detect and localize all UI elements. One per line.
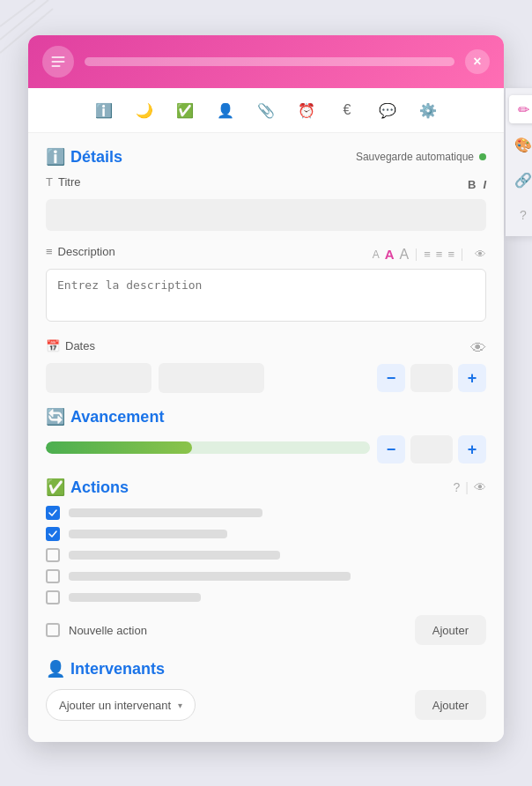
end-date-input[interactable]: [159, 363, 264, 393]
action-item-5: [46, 590, 486, 604]
sidebar-paint-icon[interactable]: 🎨: [509, 130, 532, 159]
avancement-title-text: Avancement: [70, 408, 164, 426]
description-label-icon: ≡: [46, 245, 53, 258]
avancement-section-title: 🔄 Avancement: [46, 407, 486, 426]
toolbar-attach-icon[interactable]: 📎: [253, 97, 279, 123]
intervenants-section: 👤 Intervenants Ajouter un intervenant ▾ …: [46, 659, 486, 721]
toolbar-chat-icon[interactable]: 💬: [374, 97, 401, 123]
toolbar-check-icon[interactable]: ✅: [172, 97, 198, 123]
titre-label-row: T Titre B I: [46, 175, 486, 194]
avancement-plus-button[interactable]: +: [458, 435, 486, 463]
description-toolbar: A A A ≡ ≡ ≡ 👁: [373, 247, 486, 263]
details-section-header: ℹ️ Détails Sauvegarde automatique: [46, 147, 486, 167]
titre-field-row: T Titre B I: [46, 175, 486, 231]
dropdown-arrow-icon: ▾: [178, 701, 182, 710]
dates-minus-button[interactable]: −: [377, 364, 405, 392]
toolbar-alarm-icon[interactable]: ⏰: [293, 97, 320, 123]
action-checkbox-5[interactable]: [46, 590, 60, 604]
bold-button[interactable]: B: [468, 178, 476, 191]
toolbar-user-icon[interactable]: 👤: [212, 97, 239, 123]
new-action-checkbox[interactable]: [46, 623, 60, 637]
desc-eye-icon[interactable]: 👁: [475, 248, 486, 261]
titre-text-actions: B I: [468, 178, 486, 191]
sidebar-link-icon[interactable]: 🔗: [509, 166, 532, 194]
progress-bar-container: [46, 441, 370, 454]
details-icon: ℹ️: [46, 147, 65, 167]
avancement-minus-button[interactable]: −: [377, 435, 405, 463]
sidebar-help-icon[interactable]: ?: [509, 201, 532, 229]
new-action-label: Nouvelle action: [69, 624, 147, 637]
dates-counter-value: [410, 364, 453, 392]
avancement-section: 🔄 Avancement − +: [46, 407, 486, 463]
desc-toolbar-divider2: [462, 248, 462, 261]
action-item-4: [46, 569, 486, 583]
svg-rect-5: [52, 65, 61, 67]
align-left-icon[interactable]: ≡: [424, 248, 431, 261]
align-right-icon[interactable]: ≡: [447, 248, 454, 261]
description-label: ≡ Description: [46, 245, 115, 258]
dates-label-text: Dates: [65, 339, 95, 352]
action-item-1: [46, 506, 486, 520]
align-center-icon[interactable]: ≡: [436, 248, 443, 261]
new-action-row: Nouvelle action Ajouter: [46, 615, 486, 645]
titre-label: T Titre: [46, 175, 80, 189]
autosave-dot: [479, 153, 486, 160]
actions-eye-icon[interactable]: 👁: [474, 480, 486, 494]
toolbar-info-icon[interactable]: ℹ️: [91, 97, 117, 123]
modal-body: ℹ️ Détails Sauvegarde automatique T Titr…: [28, 133, 504, 742]
desc-medium-a[interactable]: A: [385, 247, 395, 262]
intervenants-row: Ajouter un intervenant ▾ Ajouter: [46, 689, 486, 721]
actions-header-right: ? | 👁: [454, 480, 486, 494]
right-sidebar: ✏ 🎨 🔗 ?: [506, 88, 532, 236]
actions-divider: |: [465, 480, 469, 494]
add-intervenant-dropdown[interactable]: Ajouter un intervenant ▾: [46, 689, 196, 721]
modal-close-button[interactable]: ×: [465, 49, 490, 74]
description-label-text: Description: [58, 245, 115, 258]
intervenants-section-title: 👤 Intervenants: [46, 659, 486, 678]
toolbar-settings-icon[interactable]: ⚙️: [415, 97, 441, 123]
svg-rect-4: [52, 61, 65, 63]
description-label-row: ≡ Description A A A ≡ ≡ ≡ 👁: [46, 245, 486, 263]
actions-help-icon[interactable]: ?: [454, 480, 461, 494]
dates-label-icon: 📅: [46, 339, 60, 352]
dates-hide-icon[interactable]: 👁: [470, 339, 486, 358]
svg-line-0: [0, 0, 35, 26]
desc-large-a[interactable]: A: [400, 247, 410, 263]
titre-label-text: Titre: [58, 175, 81, 189]
modal-header-icon: [42, 46, 74, 78]
avancement-counter-control: − +: [377, 435, 486, 463]
start-date-input[interactable]: [46, 363, 151, 393]
add-action-button[interactable]: Ajouter: [415, 615, 486, 645]
modal-title-bar: [85, 57, 454, 66]
dates-plus-button[interactable]: +: [458, 364, 486, 392]
description-textarea[interactable]: [46, 269, 486, 322]
action-text-5: [69, 593, 201, 602]
toolbar: ℹ️ 🌙 ✅ 👤 📎 ⏰ € 💬 ⚙️: [28, 88, 504, 133]
titre-input[interactable]: [46, 199, 486, 231]
progress-bar-wrap: [46, 441, 370, 457]
action-checkbox-4[interactable]: [46, 569, 60, 583]
sidebar-edit-icon[interactable]: ✏: [509, 95, 532, 123]
checkbox-list: [46, 506, 486, 604]
action-checkbox-2[interactable]: [46, 527, 60, 541]
toolbar-euro-icon[interactable]: €: [334, 97, 360, 123]
actions-section-title: ✅ Actions: [46, 478, 129, 497]
titre-label-icon: T: [46, 175, 53, 189]
details-section-title: ℹ️ Détails: [46, 147, 122, 167]
toolbar-moon-icon[interactable]: 🌙: [131, 97, 158, 123]
actions-icon: ✅: [46, 478, 65, 497]
dates-counter-control: − +: [377, 364, 486, 392]
action-checkbox-1[interactable]: [46, 506, 60, 520]
progress-bar-fill: [46, 441, 192, 454]
modal-container: × ℹ️ 🌙 ✅ 👤 📎 ⏰ € 💬 ⚙️ ℹ️ Détails Sauve: [28, 35, 504, 742]
actions-title-text: Actions: [70, 478, 129, 497]
italic-button[interactable]: I: [483, 178, 486, 191]
desc-small-a[interactable]: A: [373, 248, 380, 261]
action-checkbox-3[interactable]: [46, 548, 60, 562]
progress-row: − +: [46, 435, 486, 463]
desc-toolbar-divider: [416, 248, 417, 261]
add-intervenant-button[interactable]: Ajouter: [415, 690, 486, 720]
modal-header: ×: [28, 35, 504, 88]
autosave-text: Sauvegarde automatique: [356, 151, 474, 163]
intervenants-title-text: Intervenants: [70, 660, 165, 678]
